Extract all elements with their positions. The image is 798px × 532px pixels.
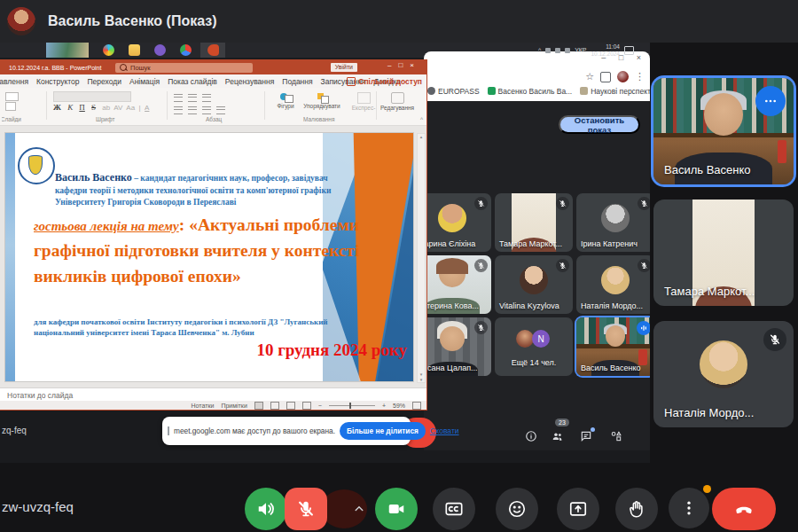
layout-icon[interactable]	[5, 102, 16, 111]
chrome-profile-avatar[interactable]	[617, 71, 629, 82]
sidebar-tile-natalia[interactable]: Наталія Мордо...	[653, 321, 794, 427]
ribbon-tabs: Вставлення Конструктор Переходи Анімація…	[0, 74, 426, 88]
camera-icon	[387, 499, 406, 519]
slideshow-view-button[interactable]	[302, 402, 311, 410]
comments-toggle[interactable]: Примітки	[221, 403, 246, 409]
slide-scrollbar[interactable]: ▴▾▾	[417, 133, 426, 383]
more-options-icon	[680, 499, 698, 517]
grid-tile-vitalina[interactable]: Vitalina Kyzylova	[495, 255, 573, 314]
microphone-muted-button[interactable]	[285, 488, 327, 530]
activities-icon[interactable]	[610, 430, 622, 442]
language-indicator[interactable]: УКР	[575, 47, 586, 53]
zoom-out-button[interactable]: −	[318, 403, 322, 409]
chrome-menu-icon[interactable]: ⋮	[635, 71, 645, 82]
reactions-button[interactable]	[496, 488, 538, 530]
bullet-list-buttons[interactable]	[174, 93, 216, 103]
camera-options-chevron[interactable]	[340, 489, 379, 528]
align-buttons[interactable]	[174, 106, 231, 115]
slide-canvas[interactable]: Василь Васенко – кандидат педагогічних н…	[5, 133, 413, 381]
tab-design[interactable]: Конструктор	[36, 77, 79, 86]
notes-pane[interactable]: Нотатки до слайда	[0, 387, 426, 402]
shared-meeting-code-fragment: zq-feq	[2, 426, 27, 435]
underline-button[interactable]: П	[79, 103, 85, 112]
sign-in-button[interactable]: Увійти	[331, 63, 357, 72]
participants-count-badge: 23	[555, 419, 569, 426]
new-slide-icon[interactable]	[5, 92, 19, 101]
normal-view-button[interactable]	[254, 402, 263, 410]
participants-icon[interactable]	[552, 430, 564, 442]
fit-to-window-button[interactable]	[412, 402, 421, 410]
file-explorer-icon[interactable]	[129, 44, 140, 56]
bookmark-europass[interactable]: EUROPASS	[427, 87, 480, 96]
extensions-icon[interactable]	[600, 72, 611, 82]
hide-link[interactable]: Сховати	[430, 426, 459, 435]
end-call-button[interactable]	[712, 488, 776, 530]
participant-name: Тамара Маркот...	[499, 239, 562, 248]
arrange-button[interactable]: Упорядкувати	[300, 92, 344, 109]
info-icon[interactable]	[525, 430, 537, 442]
mic-off-icon	[474, 321, 488, 334]
chrome-icon[interactable]	[180, 44, 192, 56]
shapes-button[interactable]: Фігури	[268, 92, 303, 109]
slide-sorter-view-button[interactable]	[270, 402, 279, 410]
bookmark-vasenko[interactable]: Васенко Василь Ва...	[488, 87, 573, 96]
reading-view-button[interactable]	[286, 402, 295, 410]
taskbar-clock[interactable]: 11:04 10.12.2024	[591, 43, 620, 56]
present-screen-icon	[568, 499, 588, 519]
bookmark-naukovi[interactable]: Наукові перспекти...	[580, 87, 650, 96]
grid-tile-iryna[interactable]: Ірина Катренич	[576, 193, 650, 252]
edge-icon[interactable]	[103, 44, 114, 56]
stop-sharing-button[interactable]: Більше не ділитися	[340, 422, 426, 440]
share-button[interactable]: Спільний доступ	[347, 74, 422, 88]
grid-tile-natalia[interactable]: Наталія Мордо...	[576, 255, 650, 314]
more-options-button[interactable]	[669, 488, 709, 528]
tray-chevron-icon[interactable]: ^	[538, 47, 541, 53]
tab-animations[interactable]: Анімація	[129, 77, 160, 86]
zoom-slider[interactable]	[329, 405, 375, 406]
ribbon-collapse-chevron[interactable]: ^	[420, 116, 423, 122]
tile-more-options-icon[interactable]	[755, 86, 786, 116]
raise-hand-button[interactable]	[615, 488, 658, 530]
strikethrough-button[interactable]: S	[91, 103, 96, 112]
notification-center-icon[interactable]	[624, 46, 634, 55]
editing-button[interactable]: Редагування	[379, 92, 415, 111]
zoom-level[interactable]: 59%	[393, 403, 405, 409]
notes-toggle[interactable]: Нотатки	[192, 403, 215, 409]
grid-tile-tamara[interactable]: Тамара Маркот...	[495, 193, 573, 252]
bookmark-star-icon[interactable]: ☆	[585, 71, 594, 82]
speaker-button[interactable]	[245, 488, 287, 530]
captions-button[interactable]	[433, 488, 475, 530]
sidebar-tile-vasyl[interactable]: Василь Васенко	[653, 78, 794, 184]
cc-icon	[444, 499, 464, 519]
stop-presenting-button[interactable]: Остановить показ	[559, 115, 640, 134]
powerpoint-taskbar-active[interactable]	[200, 43, 225, 58]
powerpoint-window-controls[interactable]: –□×	[387, 61, 421, 69]
tab-transitions[interactable]: Переходи	[87, 77, 121, 86]
tab-view[interactable]: Подання	[282, 77, 312, 86]
search-input[interactable]: Пошук	[115, 63, 253, 73]
hand-icon	[627, 499, 646, 519]
mic-off-icon	[556, 197, 569, 210]
viber-icon[interactable]	[154, 44, 166, 56]
bold-button[interactable]: Ж	[53, 103, 61, 112]
camera-button[interactable]	[375, 488, 418, 530]
bookmarks-bar: EUROPASS Васенко Василь Ва... Наукові пе…	[427, 87, 647, 96]
font-name-box[interactable]	[53, 91, 131, 102]
audio-speaking-icon	[637, 321, 650, 335]
weather-widget[interactable]	[46, 43, 89, 58]
present-button[interactable]	[557, 488, 599, 530]
sidebar-tile-tamara[interactable]: Тамара Маркот...	[653, 200, 794, 306]
search-icon	[120, 64, 127, 71]
tray-icon	[555, 48, 560, 53]
powerpoint-window: 10.12.2024 г.а. ВВВ - PowerPoint Пошук У…	[0, 60, 426, 410]
powerpoint-title: 10.12.2024 г.а. ВВВ - PowerPoint	[9, 65, 101, 71]
tab-review[interactable]: Рецензування	[225, 77, 274, 86]
end-call-icon	[732, 497, 755, 520]
chat-icon[interactable]	[580, 430, 592, 442]
grid-tile-overflow[interactable]: N Ещё 14 чел.	[495, 317, 573, 376]
tab-insert[interactable]: Вставлення	[0, 77, 28, 86]
zoom-in-button[interactable]: +	[382, 403, 386, 409]
grid-tile-vasyl[interactable]: Василь Васенко	[576, 317, 650, 376]
tab-slideshow[interactable]: Показ слайдів	[168, 77, 217, 86]
italic-button[interactable]: К	[67, 103, 73, 112]
